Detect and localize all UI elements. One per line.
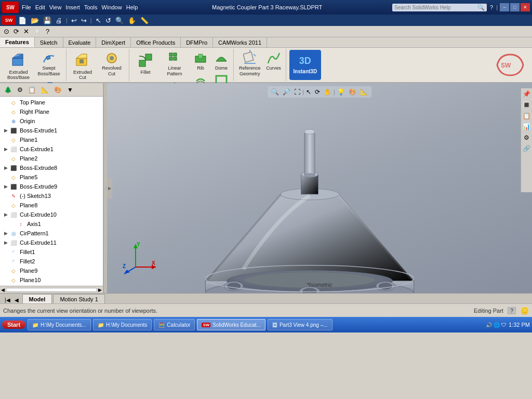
qa-new[interactable]: 📄 — [17, 16, 28, 25]
panel-resize-btn[interactable]: ▶ — [107, 178, 112, 198]
dome-btn[interactable]: Dome — [211, 50, 231, 72]
menu-insert[interactable]: Insert — [65, 4, 80, 10]
menu-file[interactable]: File — [22, 4, 31, 10]
taskbar-app-calculator[interactable]: 🧮 Calculator — [154, 319, 195, 330]
qa-select[interactable]: ↖ — [94, 16, 103, 25]
menu-tools[interactable]: Tools — [84, 4, 98, 10]
curves-btn[interactable]: Curves — [264, 50, 284, 72]
tb2-icon5[interactable]: ? — [44, 27, 51, 36]
qa-save[interactable]: 💾 — [42, 16, 53, 25]
tree-btn-configmanager[interactable]: 📋 — [26, 85, 38, 95]
taskbar-app-folder2[interactable]: 📁 H:\My Documents — [93, 319, 152, 330]
taskbar-app-image[interactable]: 🖼 Part3 View 4.png –... — [268, 319, 332, 330]
tree-btn-dimxpert[interactable]: 📐 — [39, 85, 51, 95]
linear-pattern-btn[interactable]: Linear Pattern — [159, 50, 190, 78]
tab-dimxpert[interactable]: DimXpert — [96, 37, 131, 47]
tree-item-origin[interactable]: ⊕ Origin — [0, 116, 103, 126]
menu-edit[interactable]: Edit — [35, 4, 45, 10]
tree-scroll-bar[interactable]: ◀ ▶ — [0, 286, 103, 293]
tab-office[interactable]: Office Products — [131, 37, 181, 47]
view-nav-first[interactable]: |◀ — [3, 297, 12, 303]
vp-appearance[interactable]: 🎨 — [347, 87, 358, 97]
mini-btn4[interactable]: 📊 — [522, 122, 531, 131]
search-input[interactable] — [394, 5, 477, 10]
rib-btn[interactable]: Rib — [191, 50, 210, 72]
start-button[interactable]: Start — [2, 321, 25, 329]
tree-item-boss-extrude8[interactable]: ▶ ⬛ Boss-Extrude8 — [0, 163, 103, 172]
qa-redo[interactable]: ↪ — [79, 16, 88, 25]
tree-item-cut-extrude1[interactable]: ▶ ⬜ Cut-Extrude1 — [0, 144, 103, 154]
minimize-btn[interactable]: – — [500, 3, 509, 11]
tree-list[interactable]: ◇ Top Plane ◇ Right Plane ⊕ Origin ▶ ⬛ B… — [0, 97, 103, 286]
tree-item-fillet1[interactable]: ◜ Fillet1 — [0, 247, 103, 257]
qa-zoom[interactable]: 🔍 — [114, 16, 125, 25]
vp-zoom-out[interactable]: 🔎 — [281, 87, 292, 97]
help-btn[interactable]: ? — [490, 4, 493, 10]
tree-item-top-plane[interactable]: ◇ Top Plane — [0, 98, 103, 107]
tab-features[interactable]: Features — [0, 37, 35, 47]
scroll-thumb[interactable] — [6, 288, 97, 292]
taskbar-app-folder1[interactable]: 📁 H:\My Documents... — [28, 319, 91, 330]
tb2-icon3[interactable]: ✕ — [22, 27, 31, 36]
extruded-boss-btn[interactable]: ExtrudedBoss/Base — [4, 50, 33, 81]
tab-camworks[interactable]: CAMWorks 2011 — [213, 37, 267, 47]
viewport[interactable]: 🔍 🔎 ⛶ | ↖ ⟳ ✋ | 💡 🎨 📐 — [107, 83, 532, 293]
close-btn[interactable]: ✕ — [521, 3, 530, 11]
instant3d-btn[interactable]: 3D Instant3D — [289, 50, 322, 80]
tab-motion-study[interactable]: Motion Study 1 — [53, 294, 104, 303]
vp-rotate[interactable]: ⟳ — [313, 87, 322, 97]
swept-boss-btn[interactable]: Swept Boss/Base — [34, 50, 64, 78]
menu-window[interactable]: Window — [102, 4, 122, 10]
tree-item-plane8[interactable]: ◇ Plane8 — [0, 201, 103, 210]
tree-item-right-plane[interactable]: ◇ Right Plane — [0, 107, 103, 116]
menu-help[interactable]: Help — [126, 4, 138, 10]
tree-item-plane1[interactable]: ◇ Plane1 — [0, 135, 103, 144]
vp-display[interactable]: 💡 — [336, 87, 347, 97]
tb2-icon2[interactable]: ⟳ — [12, 27, 21, 36]
tree-item-cirpattern1[interactable]: ▶ ◎ CirPattern1 — [0, 229, 103, 238]
tab-sketch[interactable]: Sketch — [35, 37, 63, 47]
tree-item-plane10[interactable]: ◇ Plane10 — [0, 275, 103, 285]
tree-item-plane5[interactable]: ◇ Plane5 — [0, 172, 103, 182]
tray-icon2[interactable]: 🌐 — [494, 322, 500, 328]
revolved-cut-btn[interactable]: RevolvedCut — [97, 50, 127, 78]
tree-item-fillet2[interactable]: ◜ Fillet2 — [0, 257, 103, 266]
qa-open[interactable]: 📂 — [29, 16, 41, 25]
tree-btn-propertymanager[interactable]: ⚙ — [15, 85, 25, 95]
tree-item-boss-extrude9[interactable]: ▶ ⬛ Boss-Extrude9 — [0, 182, 103, 191]
scroll-right[interactable]: ▶ — [98, 287, 102, 292]
tree-item-cut-extrude10[interactable]: ▶ ⬜ Cut-Extrude10 — [0, 210, 103, 219]
mini-btn3[interactable]: 📋 — [522, 111, 531, 121]
qa-undo[interactable]: ↩ — [70, 16, 78, 25]
view-nav-prev[interactable]: ◀ — [13, 297, 20, 303]
vp-select[interactable]: ↖ — [304, 87, 313, 97]
tree-btn-display[interactable]: 🎨 — [52, 85, 64, 95]
reference-geometry-btn[interactable]: ReferenceGeometry — [237, 50, 263, 78]
tree-item-plane9[interactable]: ◇ Plane9 — [0, 266, 103, 275]
tray-antivirus[interactable]: 🛡 — [501, 322, 507, 328]
tray-icon1[interactable]: 🔊 — [486, 322, 492, 328]
menu-view[interactable]: View — [49, 4, 62, 10]
vp-view[interactable]: 📐 — [358, 87, 369, 97]
mini-btn1[interactable]: 📌 — [522, 89, 531, 99]
tree-item-boss-extrude1[interactable]: ▶ ⬛ Boss-Extrude1 — [0, 126, 103, 135]
tree-item-plane2[interactable]: ◇ Plane2 — [0, 154, 103, 163]
scroll-left[interactable]: ◀ — [1, 287, 5, 292]
status-help-btn[interactable]: ? — [508, 307, 516, 314]
qa-rotate[interactable]: ↺ — [104, 16, 113, 25]
tab-model[interactable]: Model — [22, 294, 52, 303]
qa-pan[interactable]: ✋ — [126, 16, 138, 25]
restore-btn[interactable]: □ — [510, 3, 520, 11]
vp-zoom-fit[interactable]: ⛶ — [292, 87, 302, 97]
search-icon[interactable]: 🔍 — [477, 4, 485, 11]
mini-btn2[interactable]: 🔳 — [522, 100, 531, 110]
tree-item-cut-extrude11[interactable]: ▶ ⬜ Cut-Extrude11 — [0, 238, 103, 247]
tree-btn-featuremanager[interactable]: 🌲 — [2, 85, 14, 95]
tab-dfmpro[interactable]: DFMPro — [181, 37, 213, 47]
vp-zoom-in[interactable]: 🔍 — [270, 87, 281, 97]
tb2-icon4[interactable]: ◽ — [32, 27, 43, 36]
taskbar-app-solidworks[interactable]: SW SolidWorks Educat... — [197, 319, 265, 330]
tab-evaluate[interactable]: Evaluate — [63, 37, 97, 47]
vp-pan[interactable]: ✋ — [322, 87, 333, 97]
mini-btn6[interactable]: 🔗 — [522, 144, 531, 153]
